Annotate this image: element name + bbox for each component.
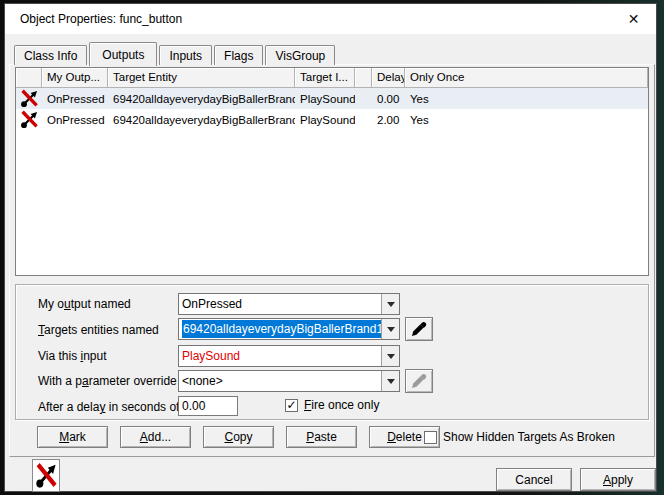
my-output-combo[interactable]: OnPressed bbox=[178, 293, 400, 315]
object-properties-dialog: Object Properties: func_button ✕ Class I… bbox=[4, 3, 657, 492]
tab-strip: Class Info Outputs Inputs Flags VisGroup bbox=[14, 42, 337, 65]
table-row[interactable]: OnPressed 69420alldayeverydayBigBallerBr… bbox=[16, 88, 648, 109]
cell-my-output: OnPressed bbox=[42, 114, 108, 126]
outputs-list-header: My Outp... Target Entity Target I... Del… bbox=[16, 68, 648, 88]
my-output-label: My output named bbox=[38, 297, 131, 311]
output-edit-group: My output named OnPressed Targets entiti… bbox=[15, 284, 649, 420]
column-header-only-once[interactable]: Only Once bbox=[405, 68, 648, 88]
chevron-down-icon[interactable] bbox=[381, 294, 399, 314]
cell-only-once: Yes bbox=[405, 93, 648, 105]
my-output-value: OnPressed bbox=[179, 294, 381, 314]
targets-label: Targets entities named bbox=[38, 323, 159, 337]
cell-delay: 2.00 bbox=[372, 114, 405, 126]
copy-button[interactable]: Copy bbox=[203, 426, 274, 448]
fire-once-field: ✓ Fire once only bbox=[285, 398, 379, 412]
cancel-button[interactable]: Cancel bbox=[496, 468, 572, 491]
param-override-value: <none> bbox=[179, 371, 381, 391]
tab-class-info[interactable]: Class Info bbox=[14, 45, 87, 65]
column-header-icon[interactable] bbox=[16, 68, 42, 88]
chevron-down-icon[interactable] bbox=[381, 319, 399, 339]
add-button[interactable]: Add... bbox=[120, 426, 191, 448]
tab-flags[interactable]: Flags bbox=[214, 45, 263, 65]
broken-output-icon bbox=[16, 110, 42, 129]
targets-value: 69420alldayeverydayBigBallerBrand1 bbox=[182, 320, 381, 338]
tab-outputs[interactable]: Outputs bbox=[89, 42, 157, 66]
column-header-spacer[interactable] bbox=[355, 68, 372, 88]
delay-input[interactable] bbox=[178, 396, 238, 416]
via-input-label: Via this input bbox=[38, 349, 107, 363]
fire-once-label: Fire once only bbox=[304, 398, 379, 412]
chevron-down-icon[interactable] bbox=[381, 371, 399, 391]
tab-inputs[interactable]: Inputs bbox=[159, 45, 212, 65]
cell-target-input: PlaySound bbox=[295, 93, 355, 105]
apply-button[interactable]: Apply bbox=[580, 468, 656, 491]
eyedropper-icon bbox=[409, 319, 429, 339]
pick-entity-button[interactable] bbox=[405, 317, 433, 341]
param-override-label: With a parameter override of bbox=[38, 374, 190, 388]
column-header-my-output[interactable]: My Outp... bbox=[42, 68, 108, 88]
cell-only-once: Yes bbox=[405, 114, 648, 126]
delay-label: After a delay in seconds of bbox=[38, 400, 179, 414]
cell-my-output: OnPressed bbox=[42, 93, 108, 105]
column-header-target-input[interactable]: Target I... bbox=[295, 68, 355, 88]
cell-target-entity: 69420alldayeverydayBigBallerBrand1 bbox=[108, 93, 295, 105]
mark-button[interactable]: Mark bbox=[37, 426, 108, 448]
chevron-down-icon[interactable] bbox=[381, 346, 399, 366]
broken-output-icon bbox=[16, 89, 42, 108]
paste-button[interactable]: Paste bbox=[286, 426, 357, 448]
close-icon[interactable]: ✕ bbox=[611, 4, 656, 34]
eyedropper-icon bbox=[409, 371, 429, 391]
column-header-target-entity[interactable]: Target Entity bbox=[108, 68, 295, 88]
via-input-value: PlaySound bbox=[179, 346, 381, 366]
cell-target-input: PlaySound bbox=[295, 114, 355, 126]
show-hidden-checkbox[interactable] bbox=[424, 431, 437, 444]
param-override-combo[interactable]: <none> bbox=[178, 370, 400, 392]
table-row[interactable]: OnPressed 69420alldayeverydayBigBallerBr… bbox=[16, 109, 648, 130]
title-bar[interactable]: Object Properties: func_button bbox=[5, 4, 656, 34]
dialog-title: Object Properties: func_button bbox=[20, 12, 182, 26]
show-hidden-field: Show Hidden Targets As Broken bbox=[424, 430, 615, 444]
outputs-list: My Outp... Target Entity Target I... Del… bbox=[15, 67, 649, 276]
targets-combo[interactable]: 69420alldayeverydayBigBallerBrand1 bbox=[178, 318, 400, 340]
show-hidden-label: Show Hidden Targets As Broken bbox=[443, 430, 615, 444]
tab-visgroup[interactable]: VisGroup bbox=[265, 45, 335, 65]
broken-output-indicator-icon bbox=[32, 459, 60, 492]
targets-value-wrap: 69420alldayeverydayBigBallerBrand1 bbox=[179, 319, 381, 339]
pick-parameter-button-disabled bbox=[405, 369, 433, 393]
column-header-delay[interactable]: Delay bbox=[372, 68, 405, 88]
cell-delay: 0.00 bbox=[372, 93, 405, 105]
fire-once-checkbox[interactable]: ✓ bbox=[285, 399, 298, 412]
via-input-combo[interactable]: PlaySound bbox=[178, 345, 400, 367]
cell-target-entity: 69420alldayeverydayBigBallerBrand2 bbox=[108, 114, 295, 126]
